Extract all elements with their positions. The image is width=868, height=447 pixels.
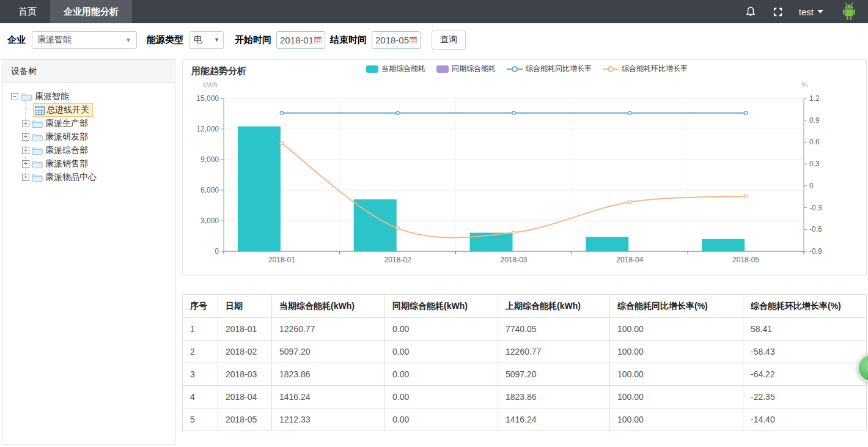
legend-item-mom-rate[interactable]: 综合能耗环比增长率: [603, 64, 688, 74]
cell: 12260.77: [272, 318, 385, 341]
legend-swatch-current: [366, 65, 378, 73]
tree-node-root[interactable]: − 康派智能: [11, 90, 175, 103]
chart-legend: 当期综合能耗 同期综合能耗 综合能耗同比增长率 综合能耗环比增长率: [366, 64, 688, 74]
tab-home-label: 首页: [18, 6, 37, 18]
cell: 100.00: [610, 318, 743, 341]
tree-selected-highlight[interactable]: 总进线开关: [33, 103, 93, 117]
svg-text:0: 0: [809, 182, 814, 190]
end-time-label: 结束时间: [330, 34, 367, 46]
collapse-icon[interactable]: −: [11, 93, 18, 100]
user-menu[interactable]: test: [799, 7, 823, 17]
cell: 0.00: [385, 408, 498, 431]
svg-text:6,000: 6,000: [200, 186, 219, 194]
calendar-icon[interactable]: [410, 35, 417, 44]
svg-text:2018-05: 2018-05: [732, 256, 759, 264]
cell: 100.00: [610, 363, 743, 386]
tree-node-label: 康派研发部: [45, 131, 88, 142]
cell: 0.00: [385, 386, 498, 408]
query-button[interactable]: 查询: [432, 31, 466, 50]
cell: -64.22: [743, 363, 867, 386]
legend-item-current[interactable]: 当期综合能耗: [366, 64, 425, 74]
energy-type-label: 能源类型: [147, 34, 183, 46]
energy-type-select[interactable]: 电 ▼: [189, 31, 224, 49]
svg-text:-0.3: -0.3: [809, 204, 822, 212]
folder-icon: [32, 119, 43, 128]
tree-node-general[interactable]: + 康派综合部: [22, 144, 175, 157]
svg-text:2018-03: 2018-03: [500, 256, 527, 264]
legend-line-marker-mom: [603, 65, 619, 73]
svg-text:2018-01: 2018-01: [268, 256, 295, 264]
tree-node-sales[interactable]: + 康派销售部: [22, 157, 175, 171]
legend-swatch-previous-year: [436, 65, 449, 73]
cell: 2018-01: [218, 318, 272, 341]
start-date-input[interactable]: [280, 35, 314, 45]
col-previous-period-energy: 上期综合能耗(kWh): [498, 295, 610, 318]
folder-icon: [32, 173, 43, 182]
cell: 2018-04: [218, 386, 272, 408]
cell: -14.40: [743, 408, 867, 431]
svg-text:2018-02: 2018-02: [384, 256, 411, 264]
legend-item-yoy-rate[interactable]: 综合能耗同比增长率: [507, 64, 592, 74]
cell: 5097.20: [498, 363, 610, 386]
expand-icon[interactable]: +: [22, 120, 29, 127]
filter-bar: 企业 康派智能 ▼ 能源类型 电 ▼ 开始时间 结束时间 查询: [0, 23, 868, 56]
cell: 2018-05: [218, 408, 272, 431]
svg-text:%: %: [801, 81, 808, 89]
tab-home[interactable]: 首页: [5, 0, 50, 23]
expand-icon[interactable]: +: [22, 147, 29, 154]
device-tree: − 康派智能 总进线开关 +: [2, 83, 175, 184]
expand-icon[interactable]: +: [22, 174, 29, 181]
cell: 0.00: [385, 363, 498, 386]
col-yoy-rate: 综合能耗同比增长率(%): [610, 295, 743, 318]
top-navbar: 首页 企业用能分析 test: [0, 0, 868, 23]
notification-bell-icon[interactable]: [745, 6, 757, 18]
svg-text:kWh: kWh: [203, 81, 218, 89]
folder-icon: [32, 146, 43, 155]
end-date-input[interactable]: [375, 35, 410, 45]
svg-text:0: 0: [215, 247, 219, 256]
tree-node-goods-center[interactable]: + 康派物品中心: [22, 171, 175, 184]
col-same-period-energy: 同期综合能耗(kWh): [385, 295, 498, 318]
table-row: 32018-03 1823.860.00 5097.20100.00 -64.2…: [183, 363, 867, 386]
tree-node-rnd[interactable]: + 康派研发部: [22, 130, 175, 144]
expand-icon[interactable]: +: [22, 133, 29, 141]
energy-table-card: 序号 日期 当期综合能耗(kWh) 同期综合能耗(kWh) 上期综合能耗(kWh…: [182, 294, 867, 431]
tree-node-label: 康派物品中心: [45, 172, 97, 183]
cell: 1416.24: [272, 386, 385, 408]
cell: 0.00: [385, 341, 498, 363]
cell: 7740.05: [498, 318, 610, 341]
legend-item-previous-year[interactable]: 同期综合能耗: [436, 64, 496, 74]
svg-text:-0.6: -0.6: [809, 225, 822, 234]
calendar-icon[interactable]: [314, 35, 322, 44]
energy-type-value: 电: [194, 34, 202, 45]
cell: 1823.86: [272, 363, 385, 386]
enterprise-dropdown[interactable]: 康派智能 ▼: [32, 31, 137, 49]
avatar[interactable]: [839, 1, 859, 22]
expand-icon[interactable]: +: [22, 160, 29, 168]
table-row: 52018-05 1212.330.00 1416.24100.00 -14.4…: [183, 408, 867, 431]
chevron-down-icon: [817, 10, 823, 13]
folder-icon: [32, 160, 43, 169]
start-date-field: [276, 31, 325, 49]
svg-text:-0.9: -0.9: [809, 247, 822, 256]
cell: 1823.86: [498, 386, 610, 408]
cell: 100.00: [610, 386, 743, 408]
tree-node-label: 康派生产部: [45, 118, 88, 129]
tab-enterprise-energy-analysis[interactable]: 企业用能分析: [50, 0, 132, 23]
tree-connector-line: [25, 100, 26, 177]
tree-node-label: 总进线开关: [46, 105, 89, 116]
tree-node-production[interactable]: + 康派生产部: [22, 117, 175, 130]
cell: 100.00: [610, 341, 743, 363]
cell: 2: [183, 341, 218, 363]
cell: 3: [183, 363, 218, 386]
fullscreen-icon[interactable]: [772, 6, 784, 18]
legend-label: 综合能耗环比增长率: [622, 64, 688, 74]
tree-node-selected[interactable]: 总进线开关: [11, 103, 175, 117]
legend-label: 当期综合能耗: [381, 64, 425, 74]
device-tree-title: 设备树: [2, 60, 175, 83]
table-row: 42018-04 1416.240.00 1823.86100.00 -22.3…: [183, 386, 867, 408]
svg-text:2018-04: 2018-04: [616, 256, 643, 264]
user-name: test: [799, 7, 814, 17]
cell: 5097.20: [272, 341, 385, 363]
folder-icon: [32, 133, 43, 142]
